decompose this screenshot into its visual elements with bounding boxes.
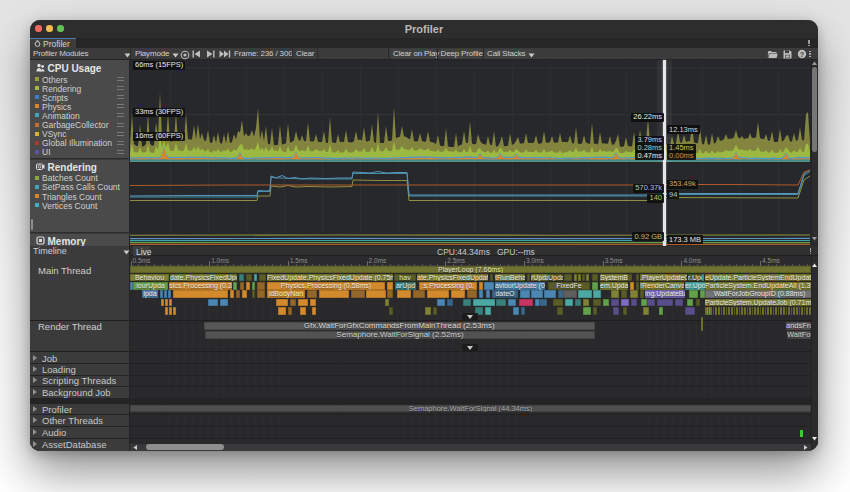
svg-text:?: ?: [799, 50, 803, 59]
